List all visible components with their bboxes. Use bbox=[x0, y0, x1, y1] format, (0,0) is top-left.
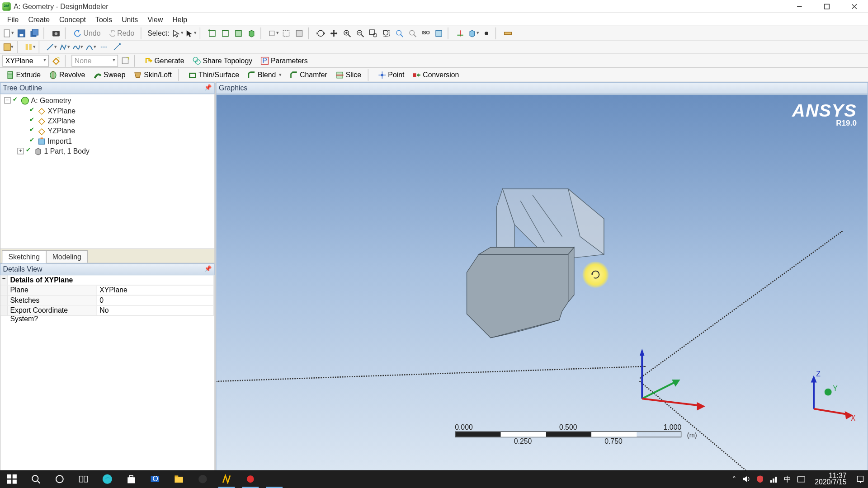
menu-units[interactable]: Units bbox=[118, 14, 142, 25]
rect-tool-icon[interactable]: ▾ bbox=[2, 41, 14, 52]
ruler-icon[interactable] bbox=[502, 27, 514, 39]
point-feature-button[interactable]: Point bbox=[374, 69, 408, 80]
new-sketch-icon[interactable] bbox=[119, 55, 131, 66]
task-view-icon[interactable] bbox=[71, 470, 95, 488]
windows-taskbar[interactable]: O ˄ 中 11:37 2020/7/15 bbox=[0, 470, 868, 488]
menu-help[interactable]: Help bbox=[169, 14, 191, 25]
cursor-arrow-icon[interactable]: ▾ bbox=[185, 27, 197, 39]
undo-button[interactable]: Undo bbox=[71, 27, 104, 39]
select-face-icon[interactable] bbox=[232, 27, 244, 39]
zoom-selected-icon[interactable] bbox=[393, 27, 405, 39]
select-edge-icon[interactable] bbox=[219, 27, 231, 39]
cursor-select-icon[interactable]: ▾ bbox=[172, 27, 184, 39]
zoom-box-icon[interactable] bbox=[367, 27, 379, 39]
notifications-icon[interactable] bbox=[856, 475, 864, 483]
keyboard-icon[interactable] bbox=[797, 475, 805, 483]
outlook-icon[interactable]: O bbox=[143, 470, 167, 488]
line-tool-icon[interactable]: ▾ bbox=[45, 41, 57, 52]
generate-button[interactable]: Generate bbox=[141, 55, 188, 66]
plane-combo[interactable]: XYPlane bbox=[2, 55, 49, 66]
magnifier-icon[interactable] bbox=[406, 27, 418, 39]
arc-tool-icon[interactable]: ▾ bbox=[85, 41, 96, 52]
volume-icon[interactable] bbox=[742, 475, 750, 483]
details-row[interactable]: Plane XYPlane bbox=[0, 286, 214, 296]
spline-tool-icon[interactable]: ▾ bbox=[71, 41, 83, 52]
maximize-button[interactable] bbox=[813, 0, 841, 13]
menu-tools[interactable]: Tools bbox=[92, 14, 116, 25]
details-row[interactable]: Export Coordinate System? No bbox=[0, 305, 214, 315]
thin-surface-button[interactable]: Thin/Surface bbox=[185, 69, 243, 80]
parameters-button[interactable]: P Parameters bbox=[257, 55, 311, 66]
extend-select-icon[interactable]: ▾ bbox=[267, 27, 279, 39]
conversion-button[interactable]: Conversion bbox=[409, 69, 462, 80]
tree-outline[interactable]: − A: Geometry XYPlane ZXPlane YZPlane bbox=[0, 94, 215, 249]
tree-item-xyplane[interactable]: XYPlane bbox=[2, 105, 213, 115]
view-triad[interactable]: Z X Y bbox=[802, 367, 856, 421]
select-vertex-icon[interactable] bbox=[206, 27, 218, 39]
construction-tool-icon[interactable] bbox=[98, 41, 109, 52]
explorer-icon[interactable] bbox=[167, 470, 191, 488]
select-body-icon[interactable] bbox=[245, 27, 257, 39]
sketch-combo[interactable]: None bbox=[71, 55, 118, 66]
pan-view-icon[interactable] bbox=[328, 27, 340, 39]
record-icon[interactable] bbox=[238, 470, 262, 488]
designmodeler-icon[interactable] bbox=[262, 470, 286, 488]
zoom-out-icon[interactable] bbox=[354, 27, 366, 39]
look-at-icon[interactable] bbox=[433, 27, 444, 39]
blend-button[interactable]: Blend▾ bbox=[244, 69, 285, 80]
security-icon[interactable] bbox=[756, 475, 764, 483]
tab-sketching[interactable]: Sketching bbox=[2, 250, 47, 263]
axis-toggle-icon[interactable] bbox=[454, 27, 466, 39]
ime-indicator[interactable]: 中 bbox=[784, 474, 791, 484]
cortana-icon[interactable] bbox=[47, 470, 71, 488]
share-topology-button[interactable]: Share Topology bbox=[189, 55, 256, 66]
tree-item-parts[interactable]: + 1 Part, 1 Body bbox=[2, 146, 213, 156]
ansys-wb-icon[interactable] bbox=[215, 470, 239, 488]
details-section[interactable]: − Details of XYPlane bbox=[0, 275, 214, 285]
save-icon[interactable] bbox=[15, 27, 27, 39]
chamfer-button[interactable]: Chamfer bbox=[286, 69, 331, 80]
zoom-in-icon[interactable] bbox=[341, 27, 353, 39]
graphics-viewport[interactable]: Z X Y 0.000 0.500 1.000 bbox=[216, 94, 868, 475]
start-button[interactable] bbox=[0, 470, 24, 488]
point-display-icon[interactable] bbox=[481, 27, 492, 39]
close-button[interactable] bbox=[840, 0, 868, 13]
rotate-view-icon[interactable] bbox=[315, 27, 326, 39]
clock[interactable]: 11:37 2020/7/15 bbox=[811, 473, 850, 486]
polyline-tool-icon[interactable]: ▾ bbox=[58, 41, 70, 52]
skin-loft-button[interactable]: Skin/Loft bbox=[130, 69, 175, 80]
slice-button[interactable]: Slice bbox=[332, 69, 365, 80]
pin-icon[interactable]: 📌 bbox=[204, 84, 212, 91]
tree-root[interactable]: − A: Geometry bbox=[2, 95, 213, 105]
sweep-button[interactable]: Sweep bbox=[90, 69, 129, 80]
minimize-button[interactable] bbox=[786, 0, 813, 13]
network-icon[interactable] bbox=[769, 475, 778, 483]
edge-icon[interactable] bbox=[95, 470, 119, 488]
tray-chevron-icon[interactable]: ˄ bbox=[732, 475, 736, 483]
menu-file[interactable]: File bbox=[4, 14, 22, 25]
tree-item-yzplane[interactable]: YZPlane bbox=[2, 126, 213, 136]
screenshot-icon[interactable] bbox=[50, 27, 62, 39]
extrude-button[interactable]: Extrude bbox=[2, 69, 44, 80]
search-icon[interactable] bbox=[24, 470, 48, 488]
new-file-icon[interactable]: ▾ bbox=[2, 27, 14, 39]
zoom-fit-icon[interactable] bbox=[380, 27, 392, 39]
pin-icon[interactable]: 📌 bbox=[204, 265, 212, 272]
lasso-select-icon[interactable] bbox=[293, 27, 305, 39]
point-tool-icon[interactable] bbox=[111, 41, 123, 52]
details-row[interactable]: Sketches 0 bbox=[0, 296, 214, 305]
revolve-button[interactable]: Revolve bbox=[46, 69, 89, 80]
system-tray[interactable]: ˄ 中 11:37 2020/7/15 bbox=[732, 473, 868, 486]
box-select-icon[interactable] bbox=[280, 27, 292, 39]
display-mode-icon[interactable]: ▾ bbox=[467, 27, 479, 39]
menu-create[interactable]: Create bbox=[25, 14, 53, 25]
app-dark-icon[interactable] bbox=[191, 470, 215, 488]
iso-view-icon[interactable]: ISO bbox=[420, 27, 431, 39]
save-all-icon[interactable] bbox=[28, 27, 40, 39]
tree-item-zxplane[interactable]: ZXPlane bbox=[2, 116, 213, 126]
new-plane-icon[interactable] bbox=[50, 55, 62, 66]
redo-button[interactable]: Redo bbox=[105, 27, 138, 39]
store-icon[interactable] bbox=[119, 470, 143, 488]
tab-modeling[interactable]: Modeling bbox=[46, 250, 88, 263]
split-tool-icon[interactable]: ▾ bbox=[24, 41, 36, 52]
